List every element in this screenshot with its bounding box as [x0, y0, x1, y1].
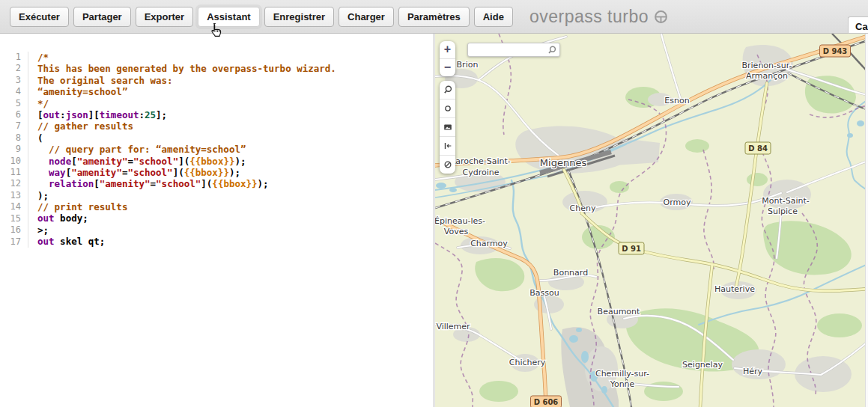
road-shield: D 606: [531, 396, 562, 407]
map-place-label: Épineau-les-: [435, 216, 485, 226]
code-line: out body;: [37, 212, 434, 224]
map-place-label: Mont-Saint-: [762, 196, 810, 206]
toolbar-button-parametres[interactable]: Paramètres: [398, 7, 470, 27]
map-place-label: Beaumont: [598, 307, 640, 316]
map-place-label: Chichery: [509, 358, 546, 367]
code-editor[interactable]: 1234567891011121314151617 /*This has bee…: [0, 34, 434, 407]
map-place-label: Armançon: [746, 71, 788, 81]
map-canvas[interactable]: D 943D 84D 91D 606 BrionBrienon-sur-Arma…: [435, 34, 868, 407]
zoom-in-button[interactable]: +: [440, 41, 455, 59]
line-number: 7: [0, 120, 21, 132]
window-edge: [865, 34, 868, 407]
map-tool-collapse-panel[interactable]: [440, 137, 455, 156]
svg-text:D 606: D 606: [534, 398, 559, 406]
search-input[interactable]: [471, 45, 549, 58]
map-place-label: Hauterive: [714, 284, 755, 294]
line-number: 2: [0, 63, 21, 74]
code-line: node["amenity"="school"]({{bbox}});: [37, 156, 434, 167]
line-number: 9: [0, 144, 21, 155]
toolbar-button-charger[interactable]: Charger: [339, 7, 394, 27]
toolbar-buttons: ExécuterPartagerExporterAssistantEnregis…: [10, 7, 518, 27]
toolbar-button-assistant[interactable]: Assistant: [198, 7, 260, 27]
map-place-label: Brion: [457, 60, 479, 70]
map-place-label: Ormoy: [664, 198, 691, 207]
svg-text:D 91: D 91: [622, 245, 641, 253]
toolbar-button-enregistrer[interactable]: Enregistrer: [264, 7, 334, 27]
toolbar-button-aide[interactable]: Aide: [474, 7, 513, 27]
code-line: relation["amenity"="school"]({{bbox}});: [37, 178, 434, 189]
code-line: );: [37, 190, 434, 201]
map-place-label: Seignelay: [682, 360, 723, 370]
line-number: 1: [0, 52, 21, 63]
code-line: */: [37, 98, 434, 109]
map-place-label: Voves: [444, 227, 469, 236]
code-line: // query part for: “amenity=school”: [37, 144, 434, 155]
code-line: // print results: [37, 201, 434, 212]
map-toolbar: [440, 81, 455, 174]
map-place-label: Laroche-Saint-: [451, 156, 511, 166]
magnifier-icon[interactable]: [547, 45, 557, 58]
map-place-label: Cheny: [570, 204, 596, 213]
code-line: >;: [37, 224, 434, 236]
line-number: 16: [0, 224, 21, 236]
editor-code: /*This has been generated by the overpas…: [28, 52, 434, 248]
line-number: 13: [0, 190, 21, 201]
toolbar-button-executer[interactable]: Exécuter: [10, 7, 69, 27]
code-line: The original search was:: [37, 75, 434, 86]
line-number: 10: [0, 156, 21, 167]
circle-marker-icon: [443, 103, 453, 114]
line-number: 17: [0, 236, 21, 248]
editor-gutter: 1234567891011121314151617: [0, 52, 28, 248]
app-logo: overpass turbo: [529, 7, 668, 27]
map-place-label: Bonnard: [553, 268, 588, 278]
line-number: 14: [0, 201, 21, 212]
code-line: This has been generated by the overpass-…: [37, 63, 434, 74]
map-place-label: Esnon: [664, 96, 689, 105]
line-number: 12: [0, 178, 21, 189]
code-line: way["amenity"="school"]({{bbox}});: [37, 167, 434, 178]
svg-text:D 943: D 943: [823, 47, 848, 55]
image-icon: [443, 122, 453, 132]
carte-button[interactable]: Ca: [848, 16, 868, 34]
steering-wheel-icon: [654, 10, 668, 24]
line-number: 11: [0, 167, 21, 178]
map-panel[interactable]: D 943D 84D 91D 606 BrionBrienon-sur-Arma…: [435, 34, 868, 407]
road-shield: D 84: [745, 142, 771, 154]
svg-text:D 84: D 84: [748, 144, 768, 153]
map-place-label: Bassou: [529, 288, 559, 298]
map-place-label: Villemer: [436, 322, 470, 331]
zoom-out-button[interactable]: −: [440, 59, 455, 76]
map-place-label: Cydroine: [463, 168, 500, 177]
cancel-icon: [443, 159, 453, 170]
code-line: “amenity=school”: [37, 86, 434, 97]
line-number: 5: [0, 98, 21, 109]
code-line: // gather results: [37, 120, 434, 132]
code-line: (: [37, 132, 434, 144]
line-number: 3: [0, 75, 21, 86]
line-number: 4: [0, 86, 21, 97]
map-tool-zoom-to-data[interactable]: [440, 81, 455, 100]
map-place-label: Brienon-sur-: [741, 61, 792, 70]
line-number: 6: [0, 109, 21, 120]
map-place-label: Chemilly-sur-: [595, 369, 649, 379]
map-place-label: Yonne: [610, 379, 635, 389]
road-shield: D 943: [820, 45, 851, 57]
code-line: /*: [37, 52, 434, 63]
map-search-box: [467, 43, 560, 57]
map-tool-locate[interactable]: [440, 100, 455, 118]
app-logo-text: overpass turbo: [529, 7, 649, 26]
map-place-label: Sulpice: [768, 206, 798, 216]
road-shield: D 91: [619, 242, 644, 254]
map-tool-abort[interactable]: [440, 156, 455, 174]
map-place-label: Charmoy: [470, 239, 508, 248]
line-number: 15: [0, 213, 21, 224]
line-number: 8: [0, 132, 21, 144]
map-tool-export-image[interactable]: [440, 118, 455, 137]
map-zoom-control: + −: [440, 41, 455, 76]
map-place-label: Héry: [743, 367, 763, 376]
toolbar-button-partager[interactable]: Partager: [73, 7, 131, 27]
map-place-label: Migennes: [540, 157, 587, 168]
code-line: [out:json][timeout:25];: [37, 109, 434, 120]
collapse-left-icon: [443, 141, 453, 151]
toolbar-button-exporter[interactable]: Exporter: [136, 7, 193, 27]
